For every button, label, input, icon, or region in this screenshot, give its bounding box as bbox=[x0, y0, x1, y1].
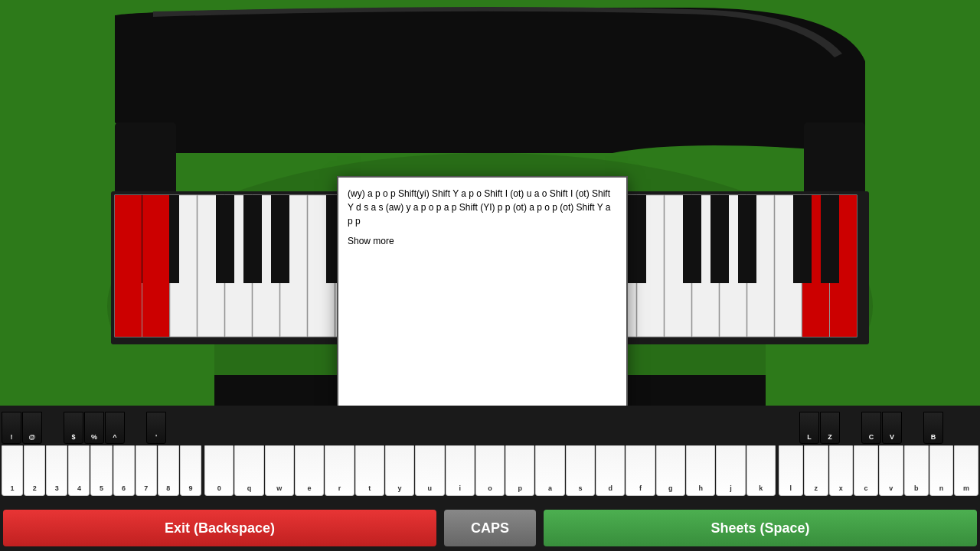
kbd-left: ! @ $ % ^ ' 1 2 3 4 5 6 7 8 9 bbox=[0, 406, 203, 505]
kbd-right: L Z C V B l z x c v b n m bbox=[777, 406, 980, 505]
key-d[interactable]: d bbox=[596, 445, 625, 496]
black-key-percent[interactable]: % bbox=[84, 412, 104, 444]
black-key-C[interactable]: C bbox=[861, 412, 881, 444]
account-info: Account: -13 bbox=[925, 2, 972, 11]
key-x[interactable]: x bbox=[829, 445, 854, 496]
key-v[interactable]: v bbox=[879, 445, 903, 496]
key-m[interactable]: m bbox=[954, 445, 978, 496]
kbd-center: 0 q w e r t y u i o p a s d f g h j k bbox=[203, 406, 777, 505]
right-black-keys-row: L Z C V B bbox=[777, 406, 980, 444]
key-0[interactable]: 0 bbox=[204, 445, 234, 496]
key-z[interactable]: z bbox=[804, 445, 828, 496]
key-1[interactable]: 1 bbox=[2, 445, 23, 496]
key-o[interactable]: o bbox=[475, 445, 505, 496]
key-g[interactable]: g bbox=[656, 445, 685, 496]
key-9[interactable]: 9 bbox=[180, 445, 201, 496]
key-s[interactable]: s bbox=[566, 445, 595, 496]
key-h[interactable]: h bbox=[686, 445, 715, 496]
key-q[interactable]: q bbox=[234, 445, 263, 496]
key-f[interactable]: f bbox=[626, 445, 655, 496]
black-key-B[interactable]: B bbox=[923, 412, 943, 444]
black-key-dollar[interactable]: $ bbox=[64, 412, 83, 444]
black-key-exclaim[interactable]: ! bbox=[2, 412, 21, 444]
exit-button[interactable]: Exit (Backspace) bbox=[3, 510, 436, 546]
key-p[interactable]: p bbox=[505, 445, 534, 496]
main-keyboard: ! @ $ % ^ ' 1 2 3 4 5 6 7 8 9 0 q w bbox=[0, 406, 980, 505]
sheets-button[interactable]: Sheets (Space) bbox=[544, 510, 977, 546]
black-key-apos[interactable]: ' bbox=[146, 412, 166, 444]
left-black-keys-row: ! @ $ % ^ ' bbox=[0, 406, 203, 444]
key-2[interactable]: 2 bbox=[24, 445, 45, 496]
key-4[interactable]: 4 bbox=[68, 445, 90, 496]
right-white-keys-row: l z x c v b n m bbox=[777, 444, 980, 497]
key-t[interactable]: t bbox=[355, 445, 384, 496]
key-j[interactable]: j bbox=[716, 445, 745, 496]
show-more-link[interactable]: Show more bbox=[348, 234, 617, 248]
key-6[interactable]: 6 bbox=[113, 445, 135, 496]
sheet-text: (wy) a p o p Shift(yi) Shift Y a p o Shi… bbox=[348, 187, 617, 228]
black-key-at[interactable]: @ bbox=[22, 412, 42, 444]
key-i[interactable]: i bbox=[446, 445, 475, 496]
key-c[interactable]: c bbox=[854, 445, 878, 496]
bottom-action-bar: Exit (Backspace) CAPS Sheets (Space) bbox=[0, 505, 980, 551]
key-7[interactable]: 7 bbox=[136, 445, 157, 496]
key-8[interactable]: 8 bbox=[158, 445, 179, 496]
black-key-caret[interactable]: ^ bbox=[105, 412, 125, 444]
key-l[interactable]: l bbox=[779, 445, 803, 496]
black-key-Z[interactable]: Z bbox=[820, 412, 840, 444]
center-black-keys-row bbox=[203, 406, 777, 444]
center-white-keys-row: 0 q w e r t y u i o p a s d f g h j k bbox=[203, 444, 777, 497]
key-r[interactable]: r bbox=[325, 445, 354, 496]
key-w[interactable]: w bbox=[265, 445, 294, 496]
key-b[interactable]: b bbox=[904, 445, 929, 496]
key-k[interactable]: k bbox=[746, 445, 776, 496]
key-n[interactable]: n bbox=[929, 445, 954, 496]
key-e[interactable]: e bbox=[295, 445, 324, 496]
key-a[interactable]: a bbox=[535, 445, 564, 496]
key-u[interactable]: u bbox=[415, 445, 444, 496]
key-y[interactable]: y bbox=[385, 445, 414, 496]
left-white-keys-row: 1 2 3 4 5 6 7 8 9 bbox=[0, 444, 203, 497]
black-key-V[interactable]: V bbox=[882, 412, 902, 444]
key-5[interactable]: 5 bbox=[90, 445, 112, 496]
key-3[interactable]: 3 bbox=[46, 445, 67, 496]
black-key-L[interactable]: L bbox=[799, 412, 819, 444]
caps-button[interactable]: CAPS bbox=[444, 510, 536, 546]
